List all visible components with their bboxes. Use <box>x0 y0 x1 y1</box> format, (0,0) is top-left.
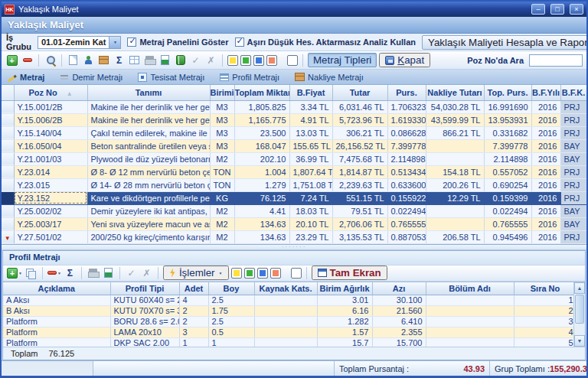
cell-poz-no[interactable]: Y.16.050/04 <box>14 139 87 152</box>
cell-birim-agirlik[interactable]: 1.282 <box>317 317 372 327</box>
cell-purs[interactable]: 1.619330 <box>387 113 426 126</box>
cell-purs[interactable]: 2.114898 <box>387 152 426 165</box>
cell-nakliye-tutari[interactable]: 43,599.99 TL <box>426 113 484 126</box>
combo-dropdown-icon[interactable]: ▼ <box>109 37 120 48</box>
cell-top-purs[interactable]: 7.399778 <box>484 139 531 152</box>
is-grubu-combobox[interactable]: 01.01-Zemin Kat ▼ <box>38 36 121 49</box>
poz-search-input[interactable] <box>529 54 583 67</box>
panel-add-button[interactable]: +▼ <box>7 266 22 279</box>
cell-bfyili[interactable]: 2016 <box>531 126 560 139</box>
cell-tanimi[interactable]: Kare ve dikdörtgen profillerle pencere v… <box>87 191 210 204</box>
scrollbar-thumb[interactable] <box>575 295 584 324</box>
col-header-nakliye-tutari[interactable]: Nakliye Tutarı <box>426 85 484 100</box>
cell-bolum-adi[interactable] <box>426 295 514 306</box>
tab-nakliye-metraji[interactable]: Nakliye Metrajı <box>295 73 364 82</box>
cell-toplam-miktar[interactable]: 1.279 <box>234 178 289 191</box>
cell-purs[interactable]: 0.155922 <box>387 191 426 204</box>
poz-table-row[interactable]: ▼ Y.23.152 Kare ve dikdörtgen profillerl… <box>2 191 586 204</box>
cell-purs[interactable]: 1.706323 <box>387 100 426 113</box>
cell-tanimi[interactable]: Ø 8- Ø 12 mm nervürlü beton çelik çubuğu <box>87 165 210 178</box>
checkbox-metraj-panel[interactable]: Metraj Panelini Göster <box>127 37 228 47</box>
cell-aciklama[interactable]: B Aksı <box>3 306 110 317</box>
cell-nakliye-tutari[interactable] <box>426 217 484 230</box>
cell-birimi[interactable]: M3 <box>210 100 234 113</box>
poz-table-row[interactable]: ▼ Y.23.015 Ø 14- Ø 28 mm nervürlü beton … <box>2 178 586 191</box>
cell-nakliye-tutari[interactable]: 200.26 TL <box>426 178 484 191</box>
cell-tutar[interactable]: 2,706.06 TL <box>332 217 387 230</box>
cell-poz-no[interactable]: Y.15.140/04 <box>14 126 87 139</box>
cell-bfk[interactable]: BAY <box>560 217 586 230</box>
col-header-kaynak-kats[interactable]: Kaynak Kats. <box>254 282 317 295</box>
cell-purs[interactable]: 0.513434 <box>387 165 426 178</box>
nakliye-button[interactable] <box>97 54 110 67</box>
cell-purs[interactable]: 0.086628 <box>387 126 426 139</box>
col-header-top-purs[interactable]: Top. Purs. <box>484 85 531 100</box>
cell-bfyili[interactable]: 2016 <box>531 165 560 178</box>
cell-bfiyat[interactable]: 7.24 TL <box>289 191 332 204</box>
checkbox-asiri-dusuk[interactable]: Aşırı Düşük Hes. Aktarmasız Analiz Kulla… <box>235 37 416 47</box>
cell-bfk[interactable]: PRJ <box>560 191 586 204</box>
cell-tanimi[interactable]: Makine ile her derinlik ve her genişlikt… <box>87 113 210 126</box>
cell-agirlik[interactable]: 2.355 <box>372 327 426 338</box>
cell-toplam-miktar[interactable]: 134.63 <box>234 217 289 230</box>
add-row-button[interactable]: + <box>5 54 18 67</box>
color-filter-blue[interactable] <box>253 55 264 66</box>
cell-bfk[interactable]: PRJ <box>560 100 586 113</box>
col-header-tutar[interactable]: Tutar <box>332 85 387 100</box>
color-filter-green[interactable] <box>244 268 255 279</box>
color-filter-white[interactable] <box>287 55 298 66</box>
minimize-button[interactable]: – <box>531 4 545 15</box>
cell-birim-agirlik[interactable]: 1.57 <box>317 327 372 338</box>
cell-tutar[interactable]: 5,723.96 TL <box>332 113 387 126</box>
cell-bfk[interactable]: BAY <box>560 152 586 165</box>
cell-nakliye-tutari[interactable] <box>426 152 484 165</box>
cell-toplam-miktar[interactable]: 1,805.825 <box>234 100 289 113</box>
col-header-boy[interactable]: Boy <box>208 282 254 295</box>
hesapla-raporla-button[interactable]: Yaklaşık Maliyeti Hesapla ve Raporla <box>422 35 588 50</box>
cell-sira-no[interactable]: 4 <box>514 327 577 338</box>
cell-poz-no[interactable]: Y.15.006/2B <box>14 113 87 126</box>
cell-nakliye-tutari[interactable]: 12.29 TL <box>426 191 484 204</box>
cell-bfk[interactable]: PRJ <box>560 230 586 243</box>
panel-delete-button[interactable]: ▼ <box>47 266 61 279</box>
cell-sira-no[interactable]: 1 <box>514 295 577 306</box>
cell-aciklama[interactable]: A Aksı <box>3 295 110 306</box>
cell-bfyili[interactable]: 2016 <box>531 152 560 165</box>
sum-button[interactable]: Σ <box>113 54 126 67</box>
poz-table-row[interactable]: ▼ Y.15.001/2B Makine ile her derinlik ve… <box>2 100 586 113</box>
cell-tutar[interactable]: 26,156.52 TL <box>332 139 387 152</box>
cell-toplam-miktar[interactable]: 202.10 <box>234 152 289 165</box>
cell-poz-no[interactable]: Y.25.003/17 <box>14 217 87 230</box>
tab-profil-metraji[interactable]: Profil Metrajı <box>220 73 279 82</box>
color-filter-yellow[interactable] <box>227 55 238 66</box>
poz-table-row[interactable]: ▼ Y.15.006/2B Makine ile her derinlik ve… <box>2 113 586 126</box>
cell-sira-no[interactable]: 3 <box>514 317 577 327</box>
col-header-bfk[interactable]: B.F.K. <box>560 85 586 100</box>
cell-boy[interactable]: 0.5 <box>208 327 254 338</box>
cell-bolum-adi[interactable] <box>426 338 514 347</box>
cell-tanimi[interactable]: Beton santralinde üretilen veya satın al… <box>87 139 210 152</box>
cell-boy[interactable]: 2.5 <box>208 295 254 306</box>
profil-table-row[interactable]: Platform DKP SAC 2.00 1 1 15.7 15.700 5 <box>3 338 577 347</box>
tab-metraj[interactable]: Metraj <box>8 73 44 82</box>
panel-splitter[interactable]: ······· <box>2 245 586 250</box>
islemler-button[interactable]: İşlemler ▼ <box>163 266 229 280</box>
vertical-scrollbar[interactable]: ▲ ▼ <box>573 282 585 347</box>
cell-bfk[interactable]: PRJ <box>560 165 586 178</box>
cell-nakliye-tutari[interactable]: 54,030.28 TL <box>426 100 484 113</box>
tab-demir-metraji[interactable]: Demir Metrajı <box>60 73 122 82</box>
cell-poz-no[interactable]: Y.23.015 <box>14 178 87 191</box>
cell-boy[interactable]: 1.75 <box>208 306 254 317</box>
col-header-bfiyat[interactable]: B.Fiyat <box>289 85 332 100</box>
cell-toplam-miktar[interactable]: 134.63 <box>234 230 289 243</box>
cell-tutar[interactable]: 2,239.63 TL <box>332 178 387 191</box>
cell-bfiyat[interactable]: 1,807.64 TL <box>289 165 332 178</box>
cell-agirlik[interactable]: 6.410 <box>372 317 426 327</box>
cell-top-purs[interactable]: 0.765555 <box>484 217 531 230</box>
cell-kaynak-kats[interactable] <box>254 295 317 306</box>
poz-table-row[interactable]: ▼ Y.21.001/03 Plywood ile düz yüzeyli be… <box>2 152 586 165</box>
cell-birimi[interactable]: M3 <box>210 113 234 126</box>
cell-bfyili[interactable]: 2016 <box>531 139 560 152</box>
cell-kaynak-kats[interactable] <box>254 317 317 327</box>
cell-poz-no[interactable]: Y.21.001/03 <box>14 152 87 165</box>
